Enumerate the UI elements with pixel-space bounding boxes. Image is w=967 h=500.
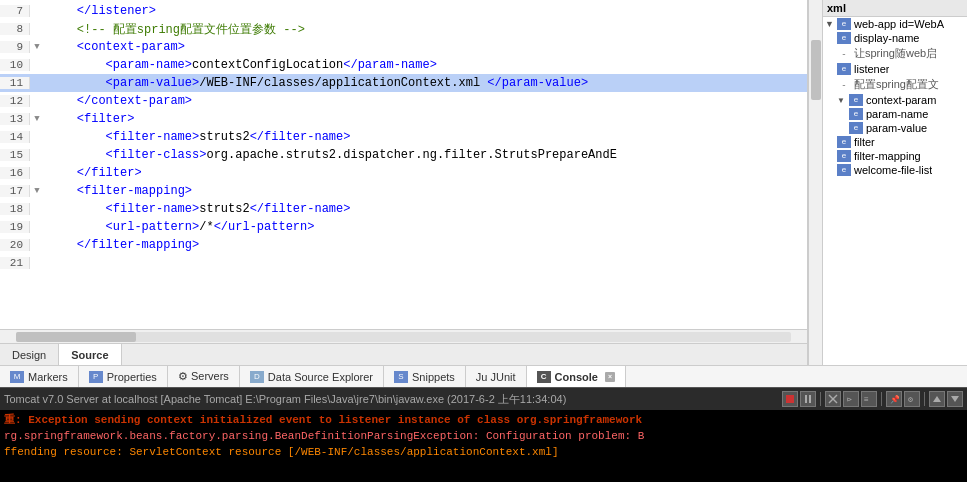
tag: <filter-name> (106, 202, 200, 216)
tree-element-icon: e (837, 136, 851, 148)
code-editor: 7 </listener> 8 <!-- 配置spring配置文件位置参数 --… (0, 0, 808, 365)
line-content-12[interactable]: </context-param> (44, 94, 192, 108)
tag: <filter-class> (106, 148, 207, 162)
line-num-15: 15 (0, 149, 30, 161)
arrow-up-button[interactable] (929, 391, 945, 407)
fold-13[interactable]: ▼ (30, 114, 44, 124)
tree-item-label: 让spring随web启 (854, 46, 937, 61)
tree-item-label: welcome-file-list (854, 164, 932, 176)
tree-item-context-param[interactable]: ▼ e context-param (823, 93, 967, 107)
line-content-18[interactable]: <filter-name>struts2</filter-name> (44, 202, 350, 216)
tree-item-welcome-list[interactable]: e welcome-file-list (823, 163, 967, 177)
svg-rect-0 (786, 395, 794, 403)
tag: <filter-mapping> (77, 184, 192, 198)
tab-console[interactable]: C Console × (527, 366, 626, 388)
toolbar-sep3 (924, 392, 925, 406)
line-content-16[interactable]: </filter> (44, 166, 142, 180)
tag: <param-name> (106, 58, 192, 72)
line-content-14[interactable]: <filter-name>struts2</filter-name> (44, 130, 350, 144)
line-num-13: 13 (0, 113, 30, 125)
line-num-18: 18 (0, 203, 30, 215)
horizontal-scrollbar[interactable] (0, 329, 807, 343)
tree-element-icon: e (837, 63, 851, 75)
h-scroll-track[interactable] (16, 332, 791, 342)
source-tab[interactable]: Source (59, 344, 121, 366)
code-line-14: 14 <filter-name>struts2</filter-name> (0, 128, 807, 146)
code-line-19: 19 <url-pattern>/*</url-pattern> (0, 218, 807, 236)
settings-button[interactable]: ⚙ (904, 391, 920, 407)
tree-item-filter-mapping[interactable]: e filter-mapping (823, 149, 967, 163)
tag: </filter-mapping> (77, 238, 199, 252)
line-content-8[interactable]: <!-- 配置spring配置文件位置参数 --> (44, 21, 305, 38)
junit-label: Ju JUnit (476, 371, 516, 383)
tree-item-webapp[interactable]: ▼ e web-app id=WebA (823, 17, 967, 31)
servers-label: ⚙ Servers (178, 370, 229, 383)
pin-button[interactable]: 📌 (886, 391, 902, 407)
tree-item-listener[interactable]: e listener (823, 62, 967, 76)
multi-panel-bottom: M Markers P Properties ⚙ Servers D Data … (0, 365, 967, 500)
fold-9[interactable]: ▼ (30, 42, 44, 52)
tree-item-param-name[interactable]: e param-name (823, 107, 967, 121)
code-line-7: 7 </listener> (0, 2, 807, 20)
fold-17[interactable]: ▼ (30, 186, 44, 196)
h-scroll-thumb[interactable] (16, 332, 136, 342)
tag-close: </filter-name> (250, 202, 351, 216)
code-vertical-scrollbar[interactable] (808, 0, 822, 365)
console-server-info: Tomcat v7.0 Server at localhost [Apache … (4, 392, 780, 407)
code-line-16: 16 </filter> (0, 164, 807, 182)
stop-button[interactable] (782, 391, 798, 407)
line-num-19: 19 (0, 221, 30, 233)
design-tab[interactable]: Design (0, 344, 59, 366)
tag: </context-param> (77, 94, 192, 108)
tree-item-filter[interactable]: e filter (823, 135, 967, 149)
datasource-icon: D (250, 371, 264, 383)
tab-servers[interactable]: ⚙ Servers (168, 366, 240, 388)
svg-text:≡: ≡ (864, 395, 869, 404)
word-wrap-button[interactable]: ≡ (861, 391, 877, 407)
pause-button[interactable] (800, 391, 816, 407)
line-content-17[interactable]: <filter-mapping> (44, 184, 192, 198)
tab-markers[interactable]: M Markers (0, 366, 79, 388)
tab-junit[interactable]: Ju JUnit (466, 366, 527, 388)
arrow-down-button[interactable] (947, 391, 963, 407)
tree-item-spring-comment[interactable]: - 让spring随web启 (823, 45, 967, 62)
text-content: /* (199, 220, 213, 234)
line-content-10[interactable]: <param-name>contextConfigLocation</param… (44, 58, 437, 72)
tree-item-config-comment[interactable]: - 配置spring配置文 (823, 76, 967, 93)
clear-button[interactable] (825, 391, 841, 407)
main-area: 7 </listener> 8 <!-- 配置spring配置文件位置参数 --… (0, 0, 967, 365)
code-line-9: 9 ▼ <context-param> (0, 38, 807, 56)
line-content-13[interactable]: <filter> (44, 112, 134, 126)
line-content-20[interactable]: </filter-mapping> (44, 238, 199, 252)
line-content-15[interactable]: <filter-class>org.apache.struts2.dispatc… (44, 148, 617, 162)
tree-item-label: filter (854, 136, 875, 148)
scrollbar-thumb[interactable] (811, 40, 821, 100)
text-content: contextConfigLocation (192, 58, 343, 72)
console-line-1: 重: Exception sending context initialized… (4, 412, 963, 428)
tag: <filter> (77, 112, 135, 126)
tree-item-param-value[interactable]: e param-value (823, 121, 967, 135)
tab-properties[interactable]: P Properties (79, 366, 168, 388)
tab-snippets[interactable]: S Snippets (384, 366, 466, 388)
tab-datasource[interactable]: D Data Source Explorer (240, 366, 384, 388)
line-content-11[interactable]: <param-value>/WEB-INF/classes/applicatio… (44, 76, 588, 90)
tree-expand-icon: ▼ (837, 96, 847, 105)
line-content-9[interactable]: <context-param> (44, 40, 185, 54)
panels-tabs-row: M Markers P Properties ⚙ Servers D Data … (0, 365, 967, 387)
console-close-btn[interactable]: × (605, 372, 615, 382)
tag: <url-pattern> (106, 220, 200, 234)
properties-label: Properties (107, 371, 157, 383)
code-lines: 7 </listener> 8 <!-- 配置spring配置文件位置参数 --… (0, 0, 807, 329)
tree-element-icon: e (849, 94, 863, 106)
tree-item-label: listener (854, 63, 889, 75)
line-num-17: 17 (0, 185, 30, 197)
text-content: struts2 (199, 202, 249, 216)
line-num-10: 10 (0, 59, 30, 71)
line-num-11: 11 (0, 77, 30, 89)
tree-item-displayname[interactable]: e display-name (823, 31, 967, 45)
svg-rect-2 (809, 395, 811, 403)
scroll-lock-button[interactable]: ⊳ (843, 391, 859, 407)
svg-marker-9 (933, 396, 941, 402)
line-content-7[interactable]: </listener> (44, 4, 156, 18)
line-content-19[interactable]: <url-pattern>/*</url-pattern> (44, 220, 314, 234)
